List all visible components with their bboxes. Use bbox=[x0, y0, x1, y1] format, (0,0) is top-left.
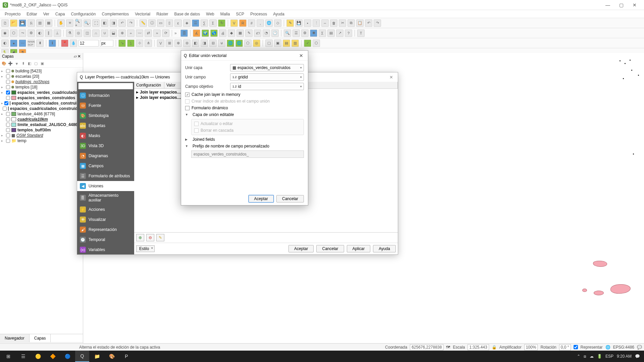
amp-value[interactable]: 100% bbox=[524, 344, 538, 350]
clock[interactable]: 9:20 AM bbox=[617, 354, 632, 359]
maximize-button[interactable]: ▢ bbox=[614, 0, 628, 10]
search-icon[interactable]: 🔍 bbox=[284, 29, 291, 37]
menu-web[interactable]: Web bbox=[203, 11, 217, 17]
taskview-button[interactable]: ☰ bbox=[16, 351, 30, 362]
add-group-icon[interactable]: ➕ bbox=[8, 61, 13, 66]
processing-icon[interactable]: ⚗ bbox=[66, 29, 73, 37]
menu-scp[interactable]: SCP bbox=[233, 11, 247, 17]
expand-arrow[interactable]: ▸ bbox=[1, 69, 5, 73]
vertex-icon[interactable]: ⋮ bbox=[313, 19, 320, 27]
wms-icon[interactable]: 🌐 bbox=[265, 19, 273, 27]
menu-proyecto[interactable]: Proyecto bbox=[2, 11, 23, 17]
panel-close-icon[interactable]: ✕ bbox=[77, 54, 81, 59]
layer-visibility-checkbox[interactable] bbox=[6, 69, 10, 73]
dropper-icon[interactable]: 💧 bbox=[70, 40, 77, 47]
print-icon[interactable]: 🖨 bbox=[219, 29, 226, 37]
edit-join-button[interactable]: ✎ bbox=[156, 234, 164, 241]
layer-row[interactable]: buildings_noShops bbox=[0, 79, 83, 84]
mesh-icon[interactable]: # bbox=[248, 19, 255, 27]
node2-icon[interactable]: ⤵ bbox=[127, 40, 135, 47]
layer-row[interactable]: ▸ espacios_cuadriculados_construidos bbox=[0, 101, 83, 106]
topo-check-icon[interactable]: ✓ bbox=[304, 40, 311, 47]
layer-row[interactable]: espacios_cuadriculados_construidos bbox=[0, 106, 83, 111]
layer-visibility-checkbox[interactable] bbox=[3, 107, 7, 111]
copy-icon[interactable]: ⧉ bbox=[347, 19, 355, 27]
collapse-icon[interactable]: ◧ bbox=[27, 61, 32, 66]
export-icon[interactable]: ↗ bbox=[336, 29, 343, 37]
statistics-icon[interactable]: Σ bbox=[209, 19, 217, 27]
layer-row[interactable]: ▸ ▦ OSM Standard bbox=[0, 133, 83, 138]
chevron-right-icon[interactable]: ▶ bbox=[185, 138, 189, 141]
chrome-icon[interactable]: 🟡 bbox=[31, 351, 45, 362]
pin-icon[interactable]: 📍 bbox=[61, 40, 68, 47]
help-icon[interactable]: ? bbox=[345, 29, 352, 37]
layer-row[interactable]: ▸ landuse_4486 [6778] bbox=[0, 111, 83, 117]
snap-icon[interactable]: ◉ bbox=[1, 29, 9, 37]
scale-value[interactable]: 1:325.443 bbox=[468, 344, 489, 350]
v-centroid-icon[interactable]: 🌐 bbox=[235, 40, 243, 47]
category-diagramas[interactable]: ◔Diagramas bbox=[77, 151, 134, 161]
label-icon[interactable]: 🏷 bbox=[254, 29, 261, 37]
crs-icon[interactable]: 🌐 bbox=[605, 345, 610, 350]
new-project-icon[interactable]: 🗋 bbox=[1, 19, 9, 27]
minimize-button[interactable]: — bbox=[601, 0, 614, 10]
zoom-in-icon[interactable]: 🔍+ bbox=[75, 19, 82, 27]
menu-vectorial[interactable]: Vectorial bbox=[132, 11, 153, 17]
menu-editar[interactable]: Editar bbox=[24, 11, 40, 17]
tab-navegador[interactable]: Navegador bbox=[0, 334, 30, 342]
rot-value[interactable]: 0,0 ° bbox=[559, 344, 571, 350]
menu-ráster[interactable]: Ráster bbox=[154, 11, 171, 17]
layout-icon[interactable]: ▥ bbox=[36, 19, 44, 27]
layer-row[interactable]: cuadricula10km bbox=[0, 117, 83, 122]
simplify-icon[interactable]: ≈ bbox=[153, 29, 161, 37]
gear-icon[interactable]: ✱ bbox=[310, 29, 317, 37]
layer-row[interactable]: ▸ escuelas [20] bbox=[0, 74, 83, 79]
union-icon[interactable]: ∪ bbox=[101, 29, 108, 37]
spinbox-value[interactable] bbox=[78, 40, 99, 47]
close-icon[interactable]: ✕ bbox=[297, 52, 305, 60]
geom-check-icon[interactable]: ⬡ bbox=[313, 40, 320, 47]
parallel-icon[interactable]: ∥ bbox=[45, 29, 52, 37]
intersect-icon[interactable]: ∩ bbox=[92, 29, 100, 37]
category-representación[interactable]: 🖌Representación bbox=[77, 225, 134, 235]
layer-visibility-checkbox[interactable] bbox=[6, 139, 10, 143]
expand-icon[interactable]: ⬍ bbox=[20, 61, 26, 66]
layer-visibility-checkbox[interactable] bbox=[6, 112, 10, 116]
category-campos[interactable]: ▦Campos bbox=[77, 161, 134, 171]
layout-manager-icon[interactable]: ▦ bbox=[45, 19, 52, 27]
perpendicular-icon[interactable]: ⊥ bbox=[54, 29, 61, 37]
scp-tool-icon[interactable]: ⬍ bbox=[36, 40, 44, 47]
v-union-icon[interactable]: ⊎ bbox=[218, 40, 225, 47]
layer-visibility-checkbox[interactable] bbox=[6, 85, 10, 89]
layer-row[interactable]: ▸ espacios_verdes_cuadriculados bbox=[0, 90, 83, 95]
v-add-icon[interactable]: ⊕ bbox=[174, 40, 182, 47]
expand-arrow[interactable]: ▶ bbox=[136, 96, 139, 99]
sigma-icon[interactable]: Σ bbox=[319, 29, 326, 37]
render-checkbox[interactable] bbox=[574, 345, 578, 349]
scp-class-icon[interactable]: NIWASCP bbox=[28, 40, 35, 47]
v-clip-icon[interactable]: ◨ bbox=[201, 40, 208, 47]
advanced-icon[interactable]: ⚙ bbox=[28, 29, 35, 37]
add-feature-icon[interactable]: • bbox=[304, 19, 311, 27]
delimited-icon[interactable]: , bbox=[257, 19, 264, 27]
measure-angle-icon[interactable]: ∡ bbox=[193, 29, 200, 37]
close-button[interactable]: ✕ bbox=[628, 0, 641, 10]
layer-row[interactable]: ▸ building [5423] bbox=[0, 68, 83, 74]
offset-icon[interactable]: ⇄ bbox=[145, 29, 152, 37]
category-visualizar[interactable]: 👁Visualizar bbox=[77, 215, 134, 225]
attribute-table-icon[interactable]: ☰ bbox=[192, 19, 199, 27]
scp-roi-icon[interactable]: 〰 bbox=[19, 40, 26, 47]
layer-visibility-checkbox[interactable] bbox=[6, 133, 10, 137]
cad-icon[interactable]: ◐ bbox=[36, 29, 44, 37]
geoprocess-icon[interactable]: ⚙ bbox=[301, 29, 309, 37]
v-buffer-icon[interactable]: ◎ bbox=[253, 40, 260, 47]
expand-arrow[interactable]: ▸ bbox=[1, 112, 5, 116]
layer-visibility-checkbox[interactable] bbox=[6, 123, 10, 127]
close-icon[interactable]: ✕ bbox=[387, 73, 395, 81]
category-search-input[interactable] bbox=[78, 83, 133, 89]
pan-selection-icon[interactable]: ⤧ bbox=[66, 19, 73, 27]
field-calc-icon[interactable]: ∑ bbox=[201, 19, 208, 27]
category-simbología[interactable]: 🎨Simbología bbox=[77, 111, 134, 121]
qgis-taskbar-icon[interactable]: Q bbox=[75, 351, 89, 362]
v-convex-icon[interactable]: ⬠ bbox=[244, 40, 252, 47]
